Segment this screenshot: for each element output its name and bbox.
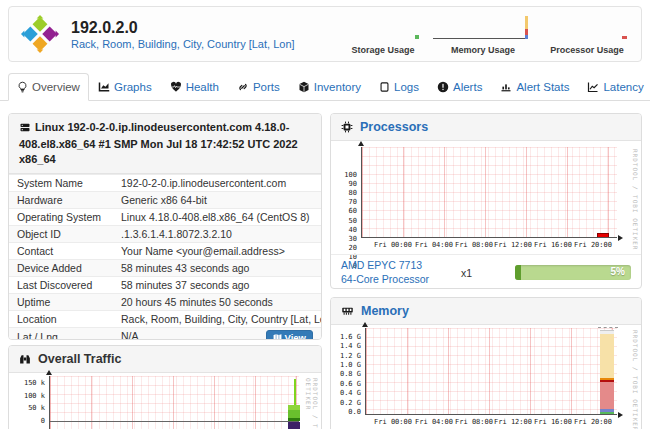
row-label: Last Discovered	[9, 276, 113, 293]
memory-ram-icon	[341, 305, 354, 317]
memory-spike-blue	[525, 35, 528, 39]
memory-plot[interactable]	[365, 328, 617, 415]
cpu-model-desc: 64-Core Processor	[341, 273, 453, 287]
processor-usage-label: Processor Usage	[550, 45, 624, 55]
x-tick: Fri 04:00	[412, 241, 456, 249]
y-axis-arrow	[362, 322, 368, 327]
row-value: Your Name <your@email.address>	[113, 242, 321, 259]
y-axis-arrow	[46, 370, 52, 375]
y-tick: 50 k	[9, 404, 45, 412]
processors-graph[interactable]: 100 90 80 70 60 50 40 30 20 10 0 Fri 00:…	[331, 141, 641, 254]
traffic-outbound-bar	[288, 422, 300, 429]
memory-graph[interactable]: 1.6 G 1.4 G 1.2 G 1.0 G 0.8 G 0.6 G 0.4 …	[331, 325, 641, 429]
x-tick: Fri 04:00	[412, 418, 456, 426]
table-row: Operating SystemLinux 4.18.0-408.el8.x86…	[9, 208, 321, 225]
y-tick: 100	[331, 171, 357, 179]
y-tick: 30	[331, 235, 357, 243]
memory-seg-cached	[600, 334, 614, 378]
y-tick: 70	[331, 198, 357, 206]
y-tick: 90	[331, 180, 357, 188]
traffic-panel-title: Overall Traffic	[38, 352, 121, 366]
row-label: Lat / Lng	[9, 327, 113, 340]
table-row: HardwareGeneric x86 64-bit	[9, 191, 321, 208]
x-tick: Fri 12:00	[491, 241, 535, 249]
cpu-usage-percent: 5%	[611, 266, 625, 277]
tab-ports-label: Ports	[253, 81, 280, 93]
table-row: Uptime20 hours 45 minutes 50 seconds	[9, 293, 321, 310]
device-location-link[interactable]: Rack, Room, Building, City, Country [Lat…	[71, 38, 295, 50]
device-tabbar: Overview Graphs Health Ports Inventory	[0, 70, 650, 101]
binoculars-icon	[19, 353, 31, 365]
tab-graphs[interactable]: Graphs	[89, 73, 161, 101]
row-label: Object ID	[9, 225, 113, 242]
memory-total-dashed-line	[598, 327, 618, 328]
row-value: Linux 4.18.0-408.el8.x86_64 (CentOS 8)	[113, 208, 321, 225]
cpu-usage-bar	[597, 233, 609, 237]
tab-alerts[interactable]: Alerts	[428, 73, 491, 101]
cube-icon	[298, 81, 310, 93]
y-tick: 0.6 G	[331, 380, 361, 388]
rrdtool-watermark: RRDTOOL / TOBI OETIKER	[305, 378, 319, 429]
y-tick: 150 k	[9, 379, 45, 387]
row-label: Uptime	[9, 293, 113, 310]
y-tick: 0.2 G	[331, 399, 361, 407]
tab-logs[interactable]: Logs	[370, 73, 428, 101]
tab-overview-label: Overview	[32, 81, 80, 93]
cpu-detail-row: AMD EPYC 7713 64-Core Processor x1 5%	[331, 254, 641, 289]
device-overview-page: 192.0.2.0 Rack, Room, Building, City, Co…	[0, 0, 650, 429]
rrdtool-watermark: RRDTOOL / TOBI OETIKER	[632, 330, 639, 429]
tab-latency-label: Latency	[603, 81, 643, 93]
system-attributes-table: System Name192-0-2-0.ip.linodeuserconten…	[9, 174, 321, 340]
memory-stacked-bar	[600, 330, 614, 414]
y-tick: 60	[331, 207, 357, 215]
storage-data-tick	[415, 35, 419, 39]
tab-inventory-label: Inventory	[314, 81, 361, 93]
tab-graphs-label: Graphs	[114, 81, 152, 93]
device-header-card: 192.0.2.0 Rack, Room, Building, City, Co…	[8, 6, 642, 62]
x-tick: Fri 20:00	[571, 418, 615, 426]
x-axis-arrow	[618, 412, 623, 418]
cpu-count: x1	[461, 267, 507, 279]
processors-plot[interactable]	[361, 147, 617, 238]
storage-usage-minigraph[interactable]: Storage Usage	[345, 14, 421, 55]
memory-usage-minigraph[interactable]: Memory Usage	[431, 14, 535, 55]
table-row: Object ID.1.3.6.1.4.1.8072.3.2.10	[9, 225, 321, 242]
map-icon	[273, 333, 282, 340]
y-tick: 100 k	[9, 392, 45, 400]
system-panel-header: Linux 192-0-2-0.ip.linodeusercontent.com…	[9, 114, 321, 174]
memory-panel-header: Memory	[331, 298, 641, 325]
cpu-model-link[interactable]: AMD EPYC 7713 64-Core Processor	[341, 259, 453, 286]
y-tick: 80	[331, 189, 357, 197]
processors-panel: Processors 100 90 80 70 60 50 40 30 20 1…	[330, 113, 642, 289]
y-tick: 50	[331, 217, 357, 225]
tab-inventory[interactable]: Inventory	[289, 73, 370, 101]
tab-ports[interactable]: Ports	[228, 73, 289, 101]
traffic-graph[interactable]: 150 k 100 k 50 k 0 RRDTOOL / TOBI OETIKE…	[9, 373, 321, 429]
storage-usage-label: Storage Usage	[351, 45, 414, 55]
row-label: Operating System	[9, 208, 113, 225]
y-tick: 1.6 G	[331, 333, 361, 341]
x-tick: Fri 16:00	[531, 241, 575, 249]
tab-alerts-label: Alerts	[453, 81, 482, 93]
cpu-model-name: AMD EPYC 7713	[341, 259, 453, 273]
processor-usage-sparkline	[545, 14, 629, 44]
row-label: Contact	[9, 242, 113, 259]
area-chart-icon	[98, 81, 110, 93]
tab-overview[interactable]: Overview	[8, 73, 89, 101]
traffic-plot[interactable]	[49, 376, 299, 429]
view-map-button[interactable]: View	[266, 330, 313, 340]
traffic-inbound-bar	[288, 405, 300, 421]
tab-latency[interactable]: Latency	[578, 73, 650, 101]
table-row: Device Added58 minutes 43 seconds ago	[9, 259, 321, 276]
row-value: Generic x86 64-bit	[113, 191, 321, 208]
processor-usage-minigraph[interactable]: Processor Usage	[545, 14, 629, 55]
tab-health[interactable]: Health	[161, 73, 228, 101]
processors-panel-title: Processors	[360, 120, 428, 134]
y-tick: 0.4 G	[331, 389, 361, 397]
row-label: System Name	[9, 174, 113, 191]
memory-spike-yellow	[525, 16, 528, 29]
y-tick: 40	[331, 226, 357, 234]
tab-alert-stats[interactable]: Alert Stats	[491, 73, 578, 101]
tab-alert-stats-label: Alert Stats	[516, 81, 569, 93]
x-tick: Fri 20:00	[571, 241, 615, 249]
